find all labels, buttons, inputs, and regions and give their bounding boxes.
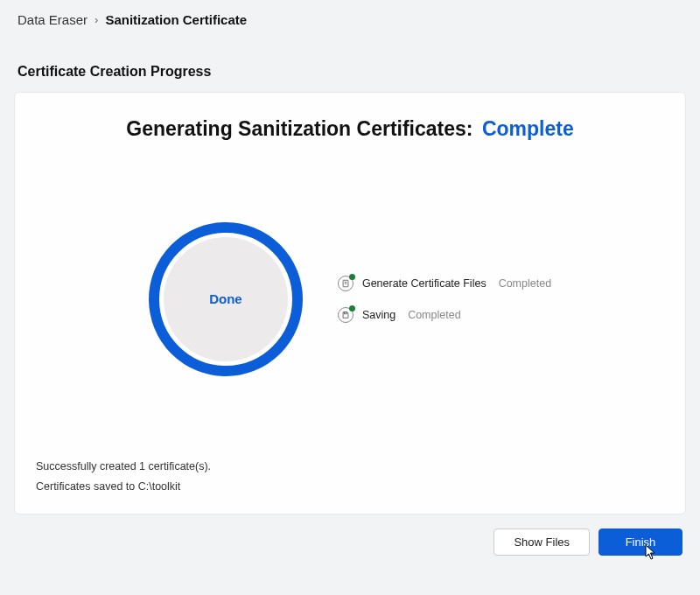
progress-circle: Done: [149, 222, 303, 376]
progress-ring: Done: [149, 222, 303, 376]
breadcrumb-current: Sanitization Certificate: [105, 12, 247, 27]
step-status: Completed: [408, 309, 460, 321]
step-item: Saving Completed: [338, 307, 551, 323]
document-icon: [338, 276, 354, 291]
finish-button[interactable]: Finish: [598, 528, 682, 556]
summary-line-2: Certificates saved to C:\toolkit: [36, 477, 664, 497]
save-icon: [338, 307, 354, 323]
headline: Generating Sanitization Certificates: Co…: [36, 117, 664, 141]
step-label: Generate Certificate Files: [362, 277, 486, 290]
summary-text: Successfully created 1 certificate(s). C…: [36, 457, 664, 496]
section-title: Certificate Creation Progress: [0, 38, 700, 92]
breadcrumb: Data Eraser › Sanitization Certificate: [0, 0, 700, 38]
progress-center-label: Done: [164, 237, 288, 361]
step-item: Generate Certificate Files Completed: [338, 276, 551, 291]
headline-status: Complete: [482, 117, 574, 140]
svg-rect-3: [344, 312, 346, 313]
summary-line-1: Successfully created 1 certificate(s).: [36, 457, 664, 477]
status-dot-icon: [349, 305, 355, 312]
chevron-right-icon: ›: [94, 13, 98, 26]
step-label: Saving: [362, 309, 396, 321]
button-bar: Show Files Finish: [0, 514, 700, 556]
progress-card: Generating Sanitization Certificates: Co…: [14, 92, 686, 514]
status-dot-icon: [349, 274, 355, 280]
breadcrumb-root[interactable]: Data Eraser: [18, 12, 88, 27]
center-area: Done Generate Certificate Files Complete…: [36, 158, 664, 439]
step-list: Generate Certificate Files Completed Sav…: [338, 276, 551, 323]
headline-prefix: Generating Sanitization Certificates:: [126, 117, 472, 140]
step-status: Completed: [499, 277, 551, 290]
show-files-button[interactable]: Show Files: [494, 528, 590, 556]
